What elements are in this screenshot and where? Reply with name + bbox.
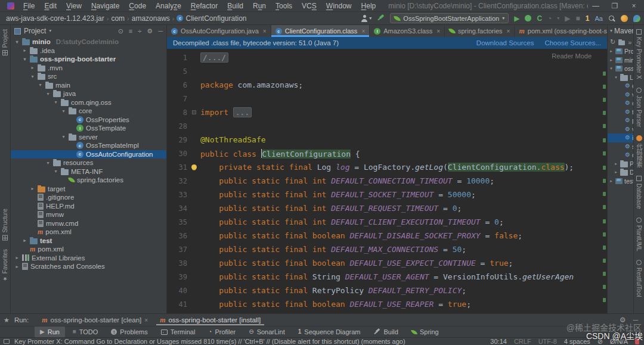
tree-item-help-md[interactable]: HELP.md [11,202,166,211]
maven-item-oss-spring-boot-starter[interactable]: ▾oss-spring-boot-starter [608,64,633,73]
editor-tab-clientconfiguration-class[interactable]: cClientConfiguration.class× [271,25,370,37]
minimize-button[interactable]: — [588,1,603,11]
intention-bulb-icon[interactable] [191,164,197,170]
run-tab-oss-spring-boot-starter-install-[interactable]: moss-spring-boot-starter [install] [154,314,267,326]
tab-close-icon[interactable]: × [361,28,365,35]
profiler-icon[interactable]: ◔ [547,15,552,22]
tool-button-run[interactable]: ▶Run [35,327,65,337]
hide-panel-icon[interactable]: ─ [158,27,163,35]
features-trainer-icon[interactable] [621,15,628,22]
debug-icon[interactable] [525,15,531,21]
expand-icon[interactable]: ÷ [138,27,141,35]
run-button[interactable]: ▶ [514,15,519,22]
tool-stripe-structure[interactable]: Structure [2,209,8,241]
banner-link-download-sources[interactable]: Download Sources [476,39,534,46]
maven-refresh-icon[interactable]: ↻ [610,38,615,46]
menu-refactor[interactable]: Refactor [187,1,222,11]
editor-tab-ossautoconfiguration-java[interactable]: cOssAutoConfiguration.java× [167,25,271,37]
run-settings-gear-icon[interactable]: ⚙ [620,316,626,324]
tab-close-icon[interactable]: × [436,28,440,35]
breadcrumb-item[interactable]: ClientConfiguration [185,14,246,23]
tool-stripe-project[interactable]: Project [2,29,8,55]
coverage-icon[interactable]: C [537,15,542,22]
code-editor[interactable]: Reader Mode 1/.../56package com.amazonaw… [167,49,607,313]
menu-vcs[interactable]: VCS [298,1,321,11]
maven-item-clean[interactable]: ⚙clean [608,82,633,91]
learn-plugin-icon[interactable] [633,15,640,22]
tool-button-profiler[interactable]: ◔Profiler [203,327,241,337]
menu-file[interactable]: File [19,1,39,11]
file-encoding[interactable]: UTF-8 [538,338,557,345]
maximize-button[interactable]: ❐ [607,1,623,11]
breadcrumb-item[interactable]: amazonaws [132,14,170,23]
tool-button-build[interactable]: Build [368,327,403,337]
status-message[interactable]: Key Promoter X: Command Go to Declaratio… [14,338,405,345]
maven-collapse-icon[interactable] [618,41,625,45]
menu-run[interactable]: Run [249,1,270,11]
tool-stripe-restfultool[interactable]: RestfulTool [636,260,642,297]
settings-gear-icon[interactable]: ⚙ [147,27,153,35]
indent-style[interactable]: 4 spaces [564,338,590,345]
translate-icon[interactable]: Aa [595,15,603,22]
tool-button-problems[interactable]: !Problems [106,327,153,337]
readonly-icon[interactable]: ⊘ [597,338,603,345]
tool-stripe-代码搜索[interactable]: 代码搜索 [634,135,643,167]
tree-item--mvn[interactable]: ▸.mvn [11,64,166,73]
menu-window[interactable]: Window [322,1,356,11]
menu-help[interactable]: Help [357,1,380,11]
tree-item-minio[interactable]: ▾minioD:\stutyCode\minio [11,38,166,46]
editor-tab-spring-factories[interactable]: spring.factories× [445,25,515,37]
maven-item-compile[interactable]: ⚙compile [608,99,633,108]
maven-overflow-icon[interactable]: » [628,39,631,46]
tree-item-test[interactable]: ▸test [11,237,166,245]
maven-item-test[interactable]: ▸test [608,177,633,186]
tree-item-scratches-and-consoles[interactable]: ▸Scratches and Consoles [11,262,166,271]
key-promoter-icon[interactable]: 1 [586,15,590,22]
tree-item--gitignore[interactable]: .gitignore [11,193,166,202]
maven-item-install[interactable]: ⚙install [608,133,633,142]
maven-item-deploy[interactable]: ⚙deploy [608,151,633,160]
project-panel-title[interactable]: Project [24,27,46,35]
maven-item-verify[interactable]: ⚙verify [608,125,633,134]
tree-item-mvnw[interactable]: mvnw [11,210,166,219]
error-stripe-scrollbar[interactable] [602,49,606,313]
menu-tools[interactable]: Tools [271,1,296,11]
user-menu-button[interactable]: ▾ [361,15,371,22]
maven-panel-title[interactable]: Maven [614,27,633,35]
maven-item-site[interactable]: ⚙site [608,142,633,151]
tree-item-meta-inf[interactable]: ▾META-INF [11,167,166,176]
tab-close-icon[interactable]: × [144,317,148,324]
menu-build[interactable]: Build [223,1,247,11]
tree-item-osstemplateimpl[interactable]: cOssTemplateImpl [11,141,166,150]
tool-stripe-json-parser[interactable]: Json Parser [636,88,642,127]
fold-marker-icon[interactable] [192,110,196,114]
tree-item-main[interactable]: ▾main [11,81,166,90]
tree-item-server[interactable]: ▾server [11,133,166,142]
build-project-button[interactable] [377,14,385,22]
banner-link-choose-sources-[interactable]: Choose Sources... [544,39,601,46]
tree-item-spring-factories[interactable]: spring.factories [11,176,166,185]
tree-item-external-libraries[interactable]: ▸External Libraries [11,254,166,263]
collapse-all-icon[interactable]: ≡ [129,27,132,35]
maven-item-lifecycle[interactable]: ▾Lifecycle [608,73,633,82]
reader-mode-label[interactable]: Reader Mode [552,52,592,60]
maven-item-test[interactable]: ⚙test [608,108,633,117]
run-hide-icon[interactable]: ─ [633,316,638,324]
tree-item-com-qing-oss[interactable]: ▾com.qing.oss [11,98,166,107]
tab-close-icon[interactable]: × [263,28,267,35]
tool-button-sequence-diagram[interactable]: 1Sequence Diagram [293,327,366,337]
menu-view[interactable]: View [62,1,86,11]
breadcrumb-item[interactable]: com [111,14,125,23]
maven-item-validate[interactable]: ⚙validate [608,91,633,100]
tool-button-terminal[interactable]: ›Terminal [156,327,201,337]
menu-code[interactable]: Code [125,1,150,11]
menu-navigate[interactable]: Navigate [87,1,123,11]
close-button[interactable]: × [626,1,642,11]
tool-button-spring[interactable]: Spring [406,327,444,337]
run-tab-oss-spring-boot-starter-clean-[interactable]: moss-spring-boot-starter [clean]× [36,314,154,326]
tree-item--idea[interactable]: ▸.idea [11,46,166,55]
search-everywhere-icon[interactable] [608,15,615,22]
tree-item-pom-xml[interactable]: mpom.xml [11,228,166,237]
run-options-chevron-icon[interactable]: ▾ [557,15,559,22]
tree-item-pom-xml[interactable]: mpom.xml [11,245,166,254]
